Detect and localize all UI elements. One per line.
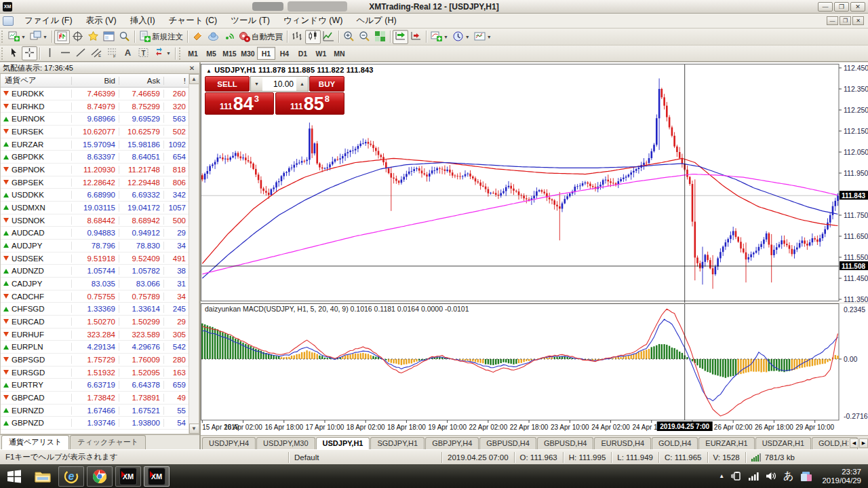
close-icon[interactable]: ✕ [187,64,197,72]
chart-tab-USDZAR-H1[interactable]: USDZAR,H1 [755,437,811,449]
ime-indicator[interactable]: あ [783,470,793,483]
start-button[interactable] [1,466,27,487]
signals-button[interactable] [221,30,237,44]
volume-increase-icon[interactable]: ▲ [296,77,308,91]
market-watch-tab-1[interactable]: ティックチャート [70,435,146,449]
symbol-row-EURTRY[interactable]: EURTRY6.637196.64378659 [1,379,199,392]
timeframe-m1[interactable]: M1 [184,47,202,60]
scroll-up-icon[interactable]: ▲ [189,74,199,84]
cursor-button[interactable] [6,46,22,60]
symbol-row-EURPLN[interactable]: EURPLN4.291344.29676542 [1,341,199,354]
dropdown-arrow-icon[interactable]: ▼ [21,35,26,39]
child-restore-button[interactable]: ❐ [840,16,851,25]
metaeditor-button[interactable] [190,30,205,44]
crosshair-tool-button[interactable] [22,46,37,60]
scroll-down-icon[interactable]: ▼ [189,424,199,434]
action-center-icon[interactable] [800,471,812,482]
chart-window-icon[interactable] [3,16,14,26]
profiles-button[interactable]: ▼ [28,30,50,44]
mt4-xm-button-active[interactable]: XM [144,466,170,487]
network-signal-icon[interactable] [749,472,760,481]
fibonacci-button[interactable]: F [104,46,120,60]
candle-mode-button[interactable] [305,30,321,44]
column-header-2[interactable]: Ask [119,77,163,85]
symbol-row-EURHKD[interactable]: EURHKD8.749798.75299320 [1,100,199,113]
sell-button[interactable]: SELL [205,76,250,92]
chart-tab-GBPJPY-H4[interactable]: GBPJPY,H4 [425,437,479,449]
volume-icon[interactable] [766,472,776,481]
child-minimize-button[interactable]: — [827,16,838,25]
arrows-button[interactable]: ▼ [151,46,173,60]
auto-scroll-button[interactable] [393,30,408,44]
navigator-button[interactable] [85,30,101,44]
indicators-button[interactable]: ▼ [429,30,450,44]
tab-scroll-left-icon[interactable]: ◀ [850,438,859,448]
symbol-row-GBPDKK[interactable]: GBPDKK8.633978.64051654 [1,151,199,164]
chart-tab-USDJPY-M30[interactable]: USDJPY,M30 [256,437,315,449]
tab-scroll-right-icon[interactable]: ▶ [859,438,868,448]
new-chart-button[interactable]: ▼ [6,30,28,44]
file-explorer-button[interactable] [30,466,56,487]
sell-price[interactable]: 111843 [205,92,274,115]
dropdown-arrow-icon[interactable]: ▼ [465,35,470,39]
chart-tab-EURZAR-H1[interactable]: EURZAR,H1 [698,437,754,449]
chrome-button[interactable] [87,466,113,487]
symbol-row-EURSEK[interactable]: EURSEK10.6207710.62579502 [1,126,199,138]
buy-button[interactable]: BUY [309,76,344,92]
bar-chart-mode-button[interactable] [290,30,305,44]
minimize-button[interactable]: — [818,2,833,12]
column-header-0[interactable]: 通貨ペア [1,75,71,86]
symbol-row-USDMXN[interactable]: USDMXN19.0311519.041721057 [1,202,199,214]
symbol-row-GBPCAD[interactable]: GBPCAD1.738421.7389149 [1,392,199,405]
horizontal-line-button[interactable] [58,46,73,60]
strategy-tester-button[interactable] [117,30,132,44]
dropdown-arrow-icon[interactable]: ▼ [166,51,171,56]
maximize-button[interactable]: ❐ [834,2,849,12]
terminal-button[interactable] [101,30,117,44]
power-icon[interactable] [731,472,742,481]
timeframe-m5[interactable]: M5 [202,47,220,60]
symbol-row-AUDNZD[interactable]: AUDNZD1.057441.0578238 [1,265,199,278]
column-header-1[interactable]: Bid [71,77,119,85]
market-watch-tab-0[interactable]: 通貨ペアリスト [1,435,69,449]
chart-tab-EURUSD-H4[interactable]: EURUSD,H4 [594,437,651,449]
timeframe-mn[interactable]: MN [330,47,349,60]
chart-tab-USDJPY-H1[interactable]: USDJPY,H1 [316,437,370,449]
symbol-row-GBPNZD[interactable]: GBPNZD1.937461.9380054 [1,417,199,430]
vertical-line-button[interactable] [42,46,58,60]
menu-item-0[interactable]: ファイル (F) [18,14,79,28]
zoom-out-button[interactable] [357,30,372,44]
mt4-xm-button[interactable]: XM [115,466,141,487]
symbol-row-USDSEK[interactable]: USDSEK9.519189.52409491 [1,252,199,265]
symbol-row-EURDKK[interactable]: EURDKK7.463997.46659260 [1,88,199,100]
symbol-row-EURNZD[interactable]: EURNZD1.674661.6752155 [1,405,199,417]
menu-item-5[interactable]: ウィンドウ (W) [277,14,350,28]
dropdown-arrow-icon[interactable]: ▼ [487,35,492,39]
data-window-button[interactable] [70,30,85,44]
zoom-in-button[interactable] [341,30,357,44]
volume-stepper[interactable]: ▼ 10.00 ▲ [250,76,309,92]
line-mode-button[interactable] [321,30,336,44]
chart-tab-SGDJPY-H1[interactable]: SGDJPY,H1 [370,437,425,449]
volume-decrease-icon[interactable]: ▼ [251,77,262,91]
symbol-row-GBPSGD[interactable]: GBPSGD1.757291.76009280 [1,354,199,367]
symbol-row-EURZAR[interactable]: EURZAR15.9709415.981861092 [1,138,199,151]
symbol-row-GBPSEK[interactable]: GBPSEK12.2864212.29448806 [1,176,199,189]
symbol-row-USDDKK[interactable]: USDDKK6.689906.69332342 [1,189,199,202]
timeframe-h1[interactable]: H1 [257,47,275,60]
chart-shift-button[interactable] [408,30,424,44]
menu-item-1[interactable]: 表示 (V) [79,14,123,28]
auto-trading-button[interactable]: 自動売買 [237,30,285,44]
macd-indicator-canvas[interactable]: 0.23450.00-0.2716daizyunkan MACD(USDJPY,… [201,303,868,435]
chart-tab-GOLD-H4[interactable]: GOLD,H4 [652,437,698,449]
symbol-row-EURHUF[interactable]: EURHUF323.284323.589305 [1,329,199,341]
close-button[interactable]: ✕ [850,2,865,12]
symbol-row-CHFSGD[interactable]: CHFSGD1.333691.33614245 [1,303,199,316]
text-button[interactable]: A [120,46,136,60]
column-header-3[interactable]: ! [163,77,189,85]
symbol-row-USDNOK[interactable]: USDNOK8.684428.68942500 [1,214,199,227]
menu-item-3[interactable]: チャート (C) [162,14,224,28]
timeframe-w1[interactable]: W1 [312,47,330,60]
dropdown-arrow-icon[interactable]: ▼ [43,35,47,39]
timeframe-d1[interactable]: D1 [294,47,312,60]
